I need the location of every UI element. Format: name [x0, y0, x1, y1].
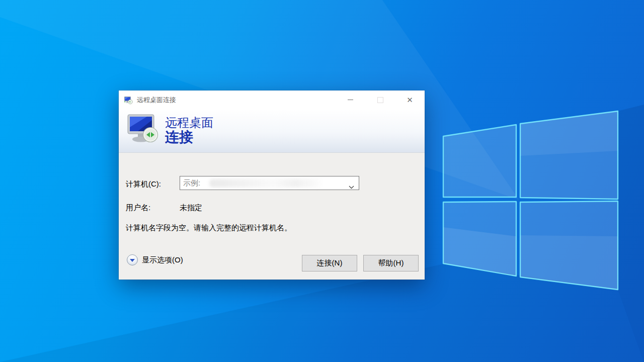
header-line2: 连接	[165, 130, 213, 144]
connect-button[interactable]: 连接(N)	[302, 255, 357, 272]
status-message: 计算机名字段为空。请输入完整的远程计算机名。	[126, 223, 292, 233]
window-title: 远程桌面连接	[137, 96, 176, 105]
computer-combobox-value: 示例:	[183, 178, 200, 188]
rdp-icon	[126, 114, 161, 148]
close-icon: ✕	[407, 96, 413, 104]
show-options-label: 显示选项(O)	[142, 255, 183, 265]
header-text: 远程桌面 连接	[165, 116, 213, 145]
windows-desktop: 远程桌面连接 ✕	[0, 0, 644, 362]
maximize-icon	[377, 97, 383, 103]
titlebar[interactable]: 远程桌面连接 ✕	[119, 90, 425, 109]
username-value: 未指定	[180, 203, 202, 213]
triangle-down-icon	[130, 259, 135, 262]
rdp-app-icon	[124, 96, 133, 105]
remote-desktop-dialog: 远程桌面连接 ✕	[119, 90, 425, 280]
chevron-down-icon[interactable]	[349, 182, 354, 191]
computer-combobox[interactable]: 示例:	[180, 176, 359, 190]
header-line1: 远程桌面	[165, 116, 213, 129]
redacted-example-text	[209, 179, 325, 188]
window-controls: ✕	[336, 90, 425, 109]
close-button[interactable]: ✕	[395, 90, 425, 109]
expand-options-icon[interactable]	[127, 254, 138, 265]
minimize-button[interactable]	[336, 90, 365, 109]
show-options-button[interactable]: 显示选项(O)	[127, 254, 183, 265]
dialog-header: 远程桌面 连接	[119, 109, 425, 153]
dialog-body: 计算机(C): 示例: 用户名: 未指定 计算机名字段为空。请输入完整的远程计算…	[119, 153, 425, 280]
minimize-icon	[348, 100, 353, 100]
username-label: 用户名:	[126, 203, 150, 213]
computer-label: 计算机(C):	[126, 179, 161, 189]
help-button[interactable]: 帮助(H)	[363, 255, 419, 272]
maximize-button	[365, 90, 395, 109]
